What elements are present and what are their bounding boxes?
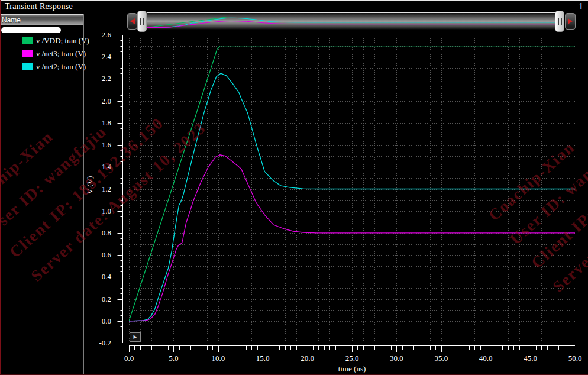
tree-branch-icon	[17, 67, 22, 67]
overview-track[interactable]	[147, 12, 555, 30]
x-tick-label: 20.0	[291, 354, 324, 363]
signal-color-swatch[interactable]	[22, 50, 33, 57]
waveform-viewer-window: Transient Response 1 Name v /VDD; tran (…	[0, 0, 588, 375]
signal-legend: v /VDD; tran (V)v /net3; tran (V)v /net2…	[0, 34, 83, 73]
overview-curve	[147, 21, 555, 28]
y-tick-label: 2.4	[83, 52, 111, 62]
x-tick-label: 0.0	[112, 354, 146, 363]
x-tick-label: 10.0	[202, 354, 235, 363]
x-tick-label: 5.0	[157, 354, 190, 363]
overview-miniature-curves	[147, 13, 555, 30]
strip-marker-button[interactable]: ▶	[130, 332, 141, 342]
y-tick-label: 2.0	[83, 96, 111, 106]
tree-branch-icon	[17, 54, 22, 54]
x-tick-label: 45.0	[514, 354, 547, 363]
signal-label: v /VDD; tran (V)	[36, 36, 89, 46]
y-tick-label: -0.2	[83, 338, 111, 348]
y-tick-label: 0.4	[83, 272, 111, 282]
y-tick-label: 2.6	[83, 30, 111, 40]
x-axis-ruler	[129, 345, 575, 354]
x-tick-label: 50.0	[558, 354, 588, 363]
pan-left-button[interactable]	[127, 13, 137, 30]
x-tick-label: 35.0	[425, 354, 458, 363]
x-axis-title: time (us)	[129, 364, 575, 374]
page-number: 1	[579, 1, 583, 12]
y-tick-label: 0.8	[83, 228, 111, 238]
name-column-header-label: Name	[2, 16, 21, 24]
y-tick-label: 1.8	[83, 118, 111, 128]
signal-color-swatch[interactable]	[22, 63, 33, 70]
grip-icon	[143, 18, 144, 25]
y-tick-label: 1.0	[83, 206, 111, 216]
range-handle-left[interactable]	[137, 11, 147, 32]
right-arrow-icon	[568, 18, 573, 24]
tree-branch-icon	[17, 41, 22, 41]
grip-icon	[140, 18, 141, 25]
y-axis-title: V (V)	[85, 172, 95, 199]
name-column-header[interactable]: Name	[0, 14, 83, 25]
y-tick-label: 0.2	[83, 295, 111, 304]
y-tick-label: 1.6	[83, 140, 111, 150]
x-tick-label: 30.0	[380, 354, 413, 363]
signal-color-swatch[interactable]	[22, 37, 33, 44]
x-tick-label: 25.0	[335, 354, 369, 363]
legend-item[interactable]: v /VDD; tran (V)	[0, 34, 83, 47]
signal-label: v /net2; tran (V)	[36, 62, 86, 72]
signal-label: v /net3; tran (V)	[36, 49, 86, 59]
left-arrow-icon	[130, 18, 135, 24]
y-tick-label: 0.0	[83, 316, 111, 326]
y-tick-label: 0.6	[83, 250, 111, 260]
y-axis-ruler	[115, 35, 123, 343]
x-axis-tick-labels: 0.05.010.015.020.025.030.035.040.045.050…	[0, 354, 588, 363]
waveform-plot-area[interactable]	[129, 35, 575, 343]
play-icon: ▶	[133, 335, 137, 340]
x-tick-label: 40.0	[469, 354, 502, 363]
legend-item[interactable]: v /net3; tran (V)	[0, 47, 83, 60]
grip-icon	[561, 18, 562, 25]
grip-icon	[558, 18, 559, 25]
range-handle-right[interactable]	[555, 11, 564, 32]
pan-right-button[interactable]	[565, 13, 576, 30]
y-tick-label: 2.2	[83, 74, 111, 83]
name-panel-hscrollbar-thumb[interactable]	[1, 27, 61, 33]
watermark-left-edge-line	[0, 0, 1, 375]
y-tick-label: 1.4	[83, 162, 111, 172]
time-overview-panner	[127, 10, 576, 33]
legend-item[interactable]: v /net2; tran (V)	[0, 60, 83, 73]
x-tick-label: 15.0	[246, 354, 279, 363]
window-title: Transient Response	[5, 2, 73, 11]
